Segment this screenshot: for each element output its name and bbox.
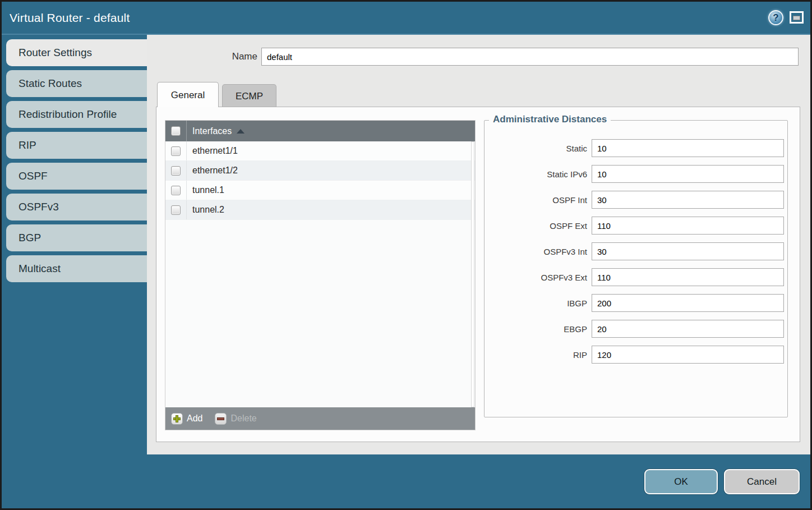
add-button[interactable]: Add bbox=[171, 413, 202, 425]
field-label-ospf-ext: OSPF Ext bbox=[485, 221, 587, 231]
field-input-static-ipv6[interactable] bbox=[592, 165, 784, 183]
admin-distance-row: OSPFv3 Int bbox=[485, 242, 787, 260]
interface-name: tunnel.2 bbox=[187, 205, 224, 215]
interfaces-table-body: ethernet1/1ethernet1/2tunnel.1tunnel.2 bbox=[165, 141, 475, 407]
delete-button-label: Delete bbox=[230, 413, 256, 424]
tab-ecmp[interactable]: ECMP bbox=[222, 84, 276, 107]
interface-name: ethernet1/2 bbox=[187, 166, 238, 176]
interface-name: ethernet1/1 bbox=[187, 146, 238, 156]
field-label-ebgp: EBGP bbox=[485, 324, 587, 334]
sidebar-item-ospf[interactable]: OSPF bbox=[6, 163, 147, 190]
name-label: Name bbox=[147, 47, 257, 66]
field-input-ebgp[interactable] bbox=[592, 320, 784, 338]
window-restore-icon[interactable] bbox=[790, 11, 804, 24]
field-input-static[interactable] bbox=[592, 139, 784, 157]
row-checkbox-cell bbox=[165, 141, 187, 160]
row-checkbox[interactable] bbox=[171, 166, 181, 176]
field-label-ospfv3-int: OSPFv3 Int bbox=[485, 247, 587, 256]
admin-distance-row: RIP bbox=[485, 346, 787, 364]
sidebar-item-multicast[interactable]: Multicast bbox=[6, 255, 147, 282]
sidebar-item-redistribution-profile[interactable]: Redistribution Profile bbox=[6, 101, 147, 128]
sidebar-item-ospfv3[interactable]: OSPFv3 bbox=[6, 194, 147, 220]
content-area: Name General ECMP Interfaces ethernet1/1… bbox=[147, 35, 810, 454]
admin-distance-row: OSPF Int bbox=[485, 191, 787, 209]
field-label-ospf-int: OSPF Int bbox=[485, 195, 587, 205]
delete-button[interactable]: Delete bbox=[215, 413, 256, 425]
select-all-checkbox[interactable] bbox=[171, 126, 181, 136]
general-tab-panel: Interfaces ethernet1/1ethernet1/2tunnel.… bbox=[156, 107, 800, 442]
row-checkbox[interactable] bbox=[171, 146, 181, 156]
table-scrollbar[interactable] bbox=[471, 141, 474, 407]
header-checkbox-cell bbox=[165, 121, 187, 141]
admin-distances-legend: Administrative Distances bbox=[489, 114, 611, 125]
table-row[interactable]: tunnel.2 bbox=[165, 200, 475, 220]
sidebar: Router SettingsStatic RoutesRedistributi… bbox=[2, 35, 147, 508]
row-checkbox[interactable] bbox=[171, 186, 181, 195]
row-checkbox[interactable] bbox=[171, 205, 181, 215]
table-row[interactable]: ethernet1/1 bbox=[165, 141, 475, 161]
help-icon[interactable]: ? bbox=[768, 10, 783, 25]
virtual-router-dialog: Virtual Router - default ? Router Settin… bbox=[0, 0, 812, 510]
interfaces-table-header: Interfaces bbox=[165, 121, 475, 141]
sort-ascending-icon bbox=[237, 129, 244, 134]
row-checkbox-cell bbox=[165, 200, 187, 219]
field-label-rip: RIP bbox=[485, 350, 587, 360]
interfaces-table-toolbar: Add Delete bbox=[165, 407, 475, 430]
dialog-title: Virtual Router - default bbox=[10, 2, 130, 34]
sidebar-item-router-settings[interactable]: Router Settings bbox=[6, 39, 147, 66]
sidebar-item-rip[interactable]: RIP bbox=[6, 132, 147, 159]
table-row[interactable]: tunnel.1 bbox=[165, 181, 475, 200]
admin-distance-row: OSPF Ext bbox=[485, 217, 787, 235]
admin-distances-fields: StaticStatic IPv6OSPF IntOSPF ExtOSPFv3 … bbox=[485, 121, 787, 364]
field-input-ospfv3-ext[interactable] bbox=[592, 268, 784, 286]
interfaces-table: Interfaces ethernet1/1ethernet1/2tunnel.… bbox=[165, 120, 476, 430]
field-input-ibgp[interactable] bbox=[592, 294, 784, 312]
admin-distance-row: Static IPv6 bbox=[485, 165, 787, 183]
field-label-ibgp: IBGP bbox=[485, 298, 587, 308]
add-plus-icon bbox=[171, 413, 183, 425]
ok-button[interactable]: OK bbox=[644, 469, 718, 494]
titlebar: Virtual Router - default ? bbox=[2, 2, 810, 35]
admin-distance-row: Static bbox=[485, 139, 787, 157]
add-button-label: Add bbox=[187, 413, 202, 424]
table-row[interactable]: ethernet1/2 bbox=[165, 161, 475, 181]
admin-distance-row: EBGP bbox=[485, 320, 787, 338]
name-input[interactable] bbox=[261, 48, 799, 66]
tab-general[interactable]: General bbox=[157, 82, 219, 107]
admin-distances-fieldset: Administrative Distances StaticStatic IP… bbox=[484, 120, 788, 417]
interface-name: tunnel.1 bbox=[187, 185, 224, 195]
row-checkbox-cell bbox=[165, 161, 187, 180]
field-input-ospfv3-int[interactable] bbox=[592, 242, 784, 260]
field-input-ospf-int[interactable] bbox=[592, 191, 784, 209]
interfaces-column-header[interactable]: Interfaces bbox=[187, 126, 244, 136]
sidebar-item-static-routes[interactable]: Static Routes bbox=[6, 70, 147, 97]
field-input-ospf-ext[interactable] bbox=[592, 217, 784, 235]
admin-distance-row: IBGP bbox=[485, 294, 787, 312]
delete-minus-icon bbox=[215, 413, 227, 425]
cancel-button[interactable]: Cancel bbox=[724, 469, 800, 494]
field-label-static-ipv6: Static IPv6 bbox=[485, 169, 587, 179]
field-input-rip[interactable] bbox=[592, 346, 784, 364]
admin-distance-row: OSPFv3 Ext bbox=[485, 268, 787, 286]
field-label-ospfv3-ext: OSPFv3 Ext bbox=[485, 273, 587, 282]
sidebar-item-bgp[interactable]: BGP bbox=[6, 224, 147, 251]
row-checkbox-cell bbox=[165, 181, 187, 200]
field-label-static: Static bbox=[485, 144, 587, 153]
